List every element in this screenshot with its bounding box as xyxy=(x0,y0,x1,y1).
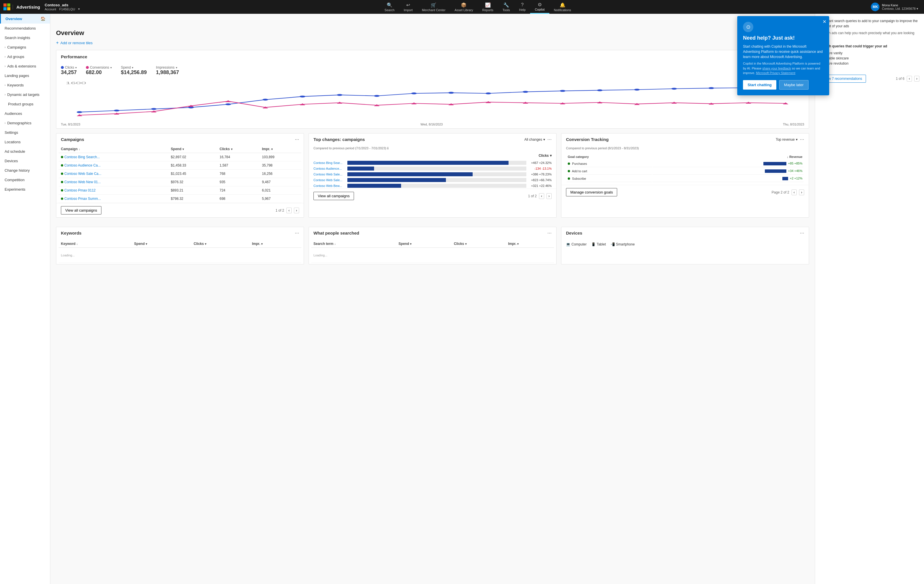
sidebar-item-ad-schedule[interactable]: Ad schedule xyxy=(0,147,50,156)
nav-asset[interactable]: 📦 Asset Library xyxy=(450,0,477,13)
top-changes-menu[interactable]: ··· xyxy=(547,137,552,142)
manage-goals-button[interactable]: Manage conversion goals xyxy=(566,188,617,196)
maybe-later-button[interactable]: Maybe later xyxy=(779,80,808,90)
nav-tools[interactable]: 🔧 Tools xyxy=(498,0,515,13)
top-revenue-button[interactable]: Top revenue ▾ xyxy=(776,138,798,141)
sidebar-item-locations[interactable]: Locations xyxy=(0,137,50,147)
nav-search[interactable]: 🔍 Search xyxy=(380,0,399,13)
nav-copilot[interactable]: ⊙ Copilot xyxy=(530,0,549,14)
kw-col-keyword[interactable]: Keyword ↓ xyxy=(59,240,132,248)
sidebar-item-campaigns[interactable]: › Campaigns xyxy=(0,43,50,52)
sidebar-item-change-history[interactable]: Change history xyxy=(0,166,50,175)
account-info[interactable]: Contoso_ads Account F145ELQU ▾ xyxy=(45,3,80,11)
top-changes-next[interactable]: › xyxy=(546,193,552,199)
insight-prev[interactable]: ‹ xyxy=(907,76,912,82)
nav-import[interactable]: ↩ Import xyxy=(399,0,417,13)
st-col-term[interactable]: Search term ↓ xyxy=(311,240,396,248)
sidebar-item-audiences[interactable]: Audiences xyxy=(0,109,50,118)
searched-menu[interactable]: ··· xyxy=(547,230,552,236)
table-row: Loading... xyxy=(311,248,554,263)
conv-prev[interactable]: ‹ xyxy=(792,189,797,195)
conv-col-revenue[interactable]: ↓ Revenue xyxy=(652,154,804,160)
sidebar-item-overview[interactable]: Overview 🏠 xyxy=(0,14,50,23)
nav-merchant[interactable]: 🛒 Merchant Center xyxy=(417,0,450,13)
campaigns-prev[interactable]: ‹ xyxy=(287,207,292,213)
plus-icon: + xyxy=(56,40,59,45)
keywords-menu[interactable]: ··· xyxy=(295,230,299,236)
spend-label[interactable]: Spend ▾ xyxy=(121,66,147,69)
campaigns-next[interactable]: › xyxy=(294,207,299,213)
nav-notifications[interactable]: 🔔 Notifications xyxy=(549,0,576,13)
campaign-link[interactable]: Contoso Web New 01... xyxy=(64,180,101,184)
sidebar-item-recommendations[interactable]: Recommendations xyxy=(0,23,50,33)
copilot-icon: ⊙ xyxy=(538,2,541,7)
goal-name[interactable]: Subscribe xyxy=(572,177,586,180)
st-col-impr[interactable]: Impr. ▾ xyxy=(506,240,554,248)
col-clicks[interactable]: Clicks ▾ xyxy=(217,145,260,153)
conversion-menu[interactable]: ··· xyxy=(800,137,804,142)
st-col-spend[interactable]: Spend ▾ xyxy=(396,240,452,248)
sidebar-item-ads-extensions[interactable]: › Ads & extensions xyxy=(0,61,50,71)
right-panel: Relevant search queries to add to your c… xyxy=(815,14,924,584)
goal-name[interactable]: Add to cart xyxy=(572,169,587,173)
sidebar-item-devices[interactable]: Devices xyxy=(0,156,50,166)
goal-name[interactable]: Purchases xyxy=(572,162,587,165)
st-col-clicks[interactable]: Clicks ▾ xyxy=(452,240,506,248)
bar-label[interactable]: Contoso Web Bew... xyxy=(314,184,345,188)
insight-queries-section: Search queries that could trigger your a… xyxy=(820,44,919,71)
clicks-label[interactable]: Clicks ▾ xyxy=(61,66,77,69)
impr-label[interactable]: Impressions ▾ xyxy=(156,66,179,69)
clicks-col-header[interactable]: Clicks ▾ xyxy=(539,154,552,158)
searched-title: What people searched xyxy=(314,230,359,235)
col-campaign[interactable]: Campaign ↓ xyxy=(59,145,169,153)
kw-col-clicks[interactable]: Clicks ▾ xyxy=(191,240,250,248)
conv-bar xyxy=(782,177,788,180)
conv-table: Goal category ↓ Revenue Purchases +85 +8… xyxy=(566,153,804,183)
campaign-link[interactable]: Contoso Bing Search... xyxy=(64,155,100,159)
sidebar-item-search-insights[interactable]: Search insights xyxy=(0,33,50,43)
campaigns-menu[interactable]: ··· xyxy=(295,137,299,142)
bar-label[interactable]: Contoso Bing Sear... xyxy=(314,161,345,165)
clicks-indicator xyxy=(61,66,64,69)
nav-help[interactable]: ? Help xyxy=(515,0,530,13)
sidebar-item-settings[interactable]: Settings xyxy=(0,128,50,137)
campaign-link[interactable]: Contoso Web Sale Ca... xyxy=(64,172,101,176)
sidebar-item-dynamic-ad[interactable]: › Dynamic ad targets xyxy=(0,90,50,99)
sidebar-item-competition[interactable]: Competition xyxy=(0,175,50,184)
campaign-link[interactable]: Contoso Audience Ca... xyxy=(64,163,101,168)
sidebar-item-experiments[interactable]: Experiments xyxy=(0,184,50,194)
sidebar-item-demographics[interactable]: › Demographics xyxy=(0,118,50,128)
campaign-link[interactable]: Contoso Pmax Summ... xyxy=(64,197,101,201)
campaign-link[interactable]: Contoso Pmax 0112 xyxy=(64,188,96,192)
sidebar-item-ad-groups[interactable]: › Ad groups xyxy=(0,52,50,61)
kw-col-spend[interactable]: Spend ▾ xyxy=(132,240,191,248)
logo-area[interactable]: Advertising xyxy=(3,3,40,10)
search-icon: 🔍 xyxy=(387,2,393,8)
all-changes-button[interactable]: All changes ▾ xyxy=(524,138,545,141)
top-changes-title: Top changes: campaigns xyxy=(314,137,365,142)
insight-next[interactable]: › xyxy=(914,76,919,82)
nav-reports[interactable]: 📈 Reports xyxy=(478,0,498,13)
bar-label[interactable]: Contoso Web Sale... xyxy=(314,173,345,176)
dynamic-label: Dynamic ad targets xyxy=(7,92,40,97)
conversions-label[interactable]: Conversions ▾ xyxy=(86,66,112,69)
copilot-privacy-link[interactable]: Microsoft Privacy Statement xyxy=(756,71,795,75)
bar-label[interactable]: Contoso Web Sale... xyxy=(314,178,345,182)
col-spend[interactable]: Spend ▾ xyxy=(169,145,218,153)
user-area[interactable]: MK Mona Kane Contoso, Ltd. 12345678 ▾ xyxy=(868,3,921,11)
view-campaigns-button[interactable]: View all campaigns xyxy=(61,206,101,214)
query-1: skincare vanity xyxy=(820,51,919,56)
devices-menu[interactable]: ··· xyxy=(800,230,804,236)
sidebar-item-product-groups[interactable]: Product groups xyxy=(0,99,50,109)
kw-col-impr[interactable]: Impr. ▾ xyxy=(250,240,301,248)
sidebar-item-keywords[interactable]: › Keywords xyxy=(0,81,50,90)
copilot-feedback-link[interactable]: share your feedback xyxy=(762,67,791,70)
view-top-campaigns-button[interactable]: View all campaigns xyxy=(314,192,354,200)
col-impr[interactable]: Impr. ▾ xyxy=(260,145,301,153)
start-chatting-button[interactable]: Start chatting xyxy=(743,80,776,90)
top-changes-prev[interactable]: ‹ xyxy=(539,193,544,199)
add-tiles-button[interactable]: + Add or remove tiles xyxy=(56,40,809,45)
conv-next[interactable]: › xyxy=(799,189,804,195)
sidebar-item-landing-pages[interactable]: Landing pages xyxy=(0,71,50,81)
bar-label[interactable]: Contoso Audience... xyxy=(314,167,345,170)
